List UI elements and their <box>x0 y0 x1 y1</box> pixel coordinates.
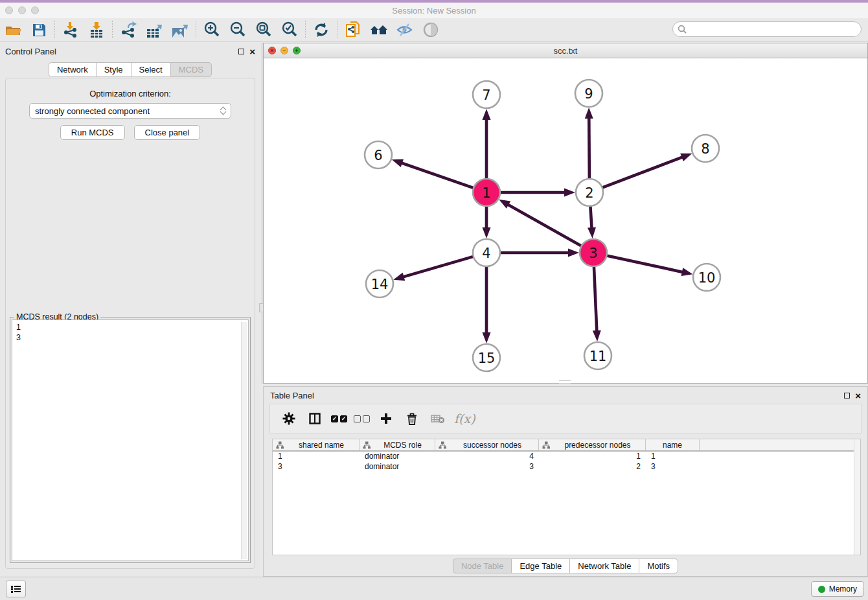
column-settings-button[interactable] <box>279 412 299 425</box>
panel-menu-button[interactable] <box>6 581 26 597</box>
cell-successor-nodes[interactable]: 4 <box>435 452 539 462</box>
close-panel-icon[interactable]: × <box>855 391 861 400</box>
network-window-titlebar[interactable]: × − + scc.txt <box>264 43 867 58</box>
tab-style[interactable]: Style <box>96 62 131 77</box>
cell-shared-name[interactable]: 3 <box>273 462 360 472</box>
export-table-icon <box>146 21 163 38</box>
zoom-out-icon <box>229 21 246 38</box>
float-panel-icon[interactable] <box>844 393 850 398</box>
cell-mcds-role[interactable]: dominator <box>360 452 435 462</box>
select-all-button[interactable]: ✓ ✓ <box>331 415 347 422</box>
table-row[interactable]: 3 dominator 3 2 3 <box>273 462 860 472</box>
dropdown-stepper-icon <box>221 108 225 114</box>
close-panel-button[interactable]: Close panel <box>134 125 201 140</box>
zoom-selected-button[interactable] <box>277 19 303 40</box>
result-scrollbar[interactable] <box>241 322 247 559</box>
tab-motifs[interactable]: Motifs <box>639 559 678 573</box>
main-toolbar <box>0 18 868 41</box>
column-header-shared-name[interactable]: shared name <box>273 439 360 450</box>
duplicate-network-button[interactable] <box>340 19 366 40</box>
cell-name[interactable]: 3 <box>646 462 700 472</box>
search-icon <box>678 25 687 34</box>
graph-edge-arrowhead <box>392 159 404 167</box>
graph-edge-2-3[interactable] <box>590 206 591 229</box>
close-panel-icon[interactable]: × <box>249 47 255 56</box>
graph-edge-arrowhead <box>483 109 491 120</box>
cell-shared-name[interactable]: 1 <box>273 452 360 462</box>
network-canvas[interactable]: 7968124314101511 <box>264 58 867 383</box>
zoom-in-button[interactable] <box>199 19 225 40</box>
graph-edge-2-8[interactable] <box>602 157 683 187</box>
tab-network-table[interactable]: Network Table <box>569 559 639 573</box>
network-window: × − + scc.txt 7968124314101511 <box>263 43 868 384</box>
tree-icon <box>363 441 371 449</box>
graph-node-label-3: 3 <box>589 246 597 261</box>
delete-table-button[interactable] <box>428 413 448 424</box>
open-session-button[interactable] <box>0 19 26 40</box>
graph-node-label-11: 11 <box>589 349 607 364</box>
export-image-icon <box>171 21 189 38</box>
table-scrollbar[interactable] <box>854 439 860 555</box>
toolbar-separator <box>337 21 337 39</box>
refresh-button[interactable] <box>308 19 334 40</box>
graph-edge-4-14[interactable] <box>403 257 474 277</box>
add-row-button[interactable] <box>376 413 396 424</box>
tab-mcds[interactable]: MCDS <box>170 62 212 77</box>
node-table-header: shared name MCDS role successor <box>273 439 860 452</box>
duplicate-network-icon <box>345 21 361 39</box>
table-row[interactable]: 1 dominator 4 1 1 <box>273 452 860 462</box>
graph-edge-3-11[interactable] <box>594 266 597 332</box>
column-header-mcds-role[interactable]: MCDS role <box>360 439 435 450</box>
graph-edge-arrowhead <box>499 200 510 209</box>
mcds-result-textarea[interactable]: 1 3 <box>12 319 249 561</box>
function-builder-button[interactable]: f(x) <box>454 411 475 426</box>
search-input[interactable] <box>672 21 862 37</box>
column-split-button[interactable] <box>305 413 325 424</box>
show-graphics-details-button[interactable] <box>418 19 444 40</box>
criterion-dropdown[interactable]: strongly connected component <box>29 103 231 119</box>
import-network-button[interactable] <box>58 19 84 40</box>
node-table: shared name MCDS role successor <box>272 439 861 555</box>
save-session-button[interactable] <box>26 19 52 40</box>
run-mcds-button[interactable]: Run MCDS <box>60 125 125 140</box>
deselect-all-button[interactable] <box>354 415 370 422</box>
export-network-icon <box>120 21 137 38</box>
export-network-button[interactable] <box>115 19 141 40</box>
graph-edge-3-1[interactable] <box>507 204 581 246</box>
column-header-successor-nodes[interactable]: successor nodes <box>435 439 539 450</box>
hide-graphics-details-button[interactable] <box>392 19 418 40</box>
cell-successor-nodes[interactable]: 3 <box>435 462 539 472</box>
graph-node-label-2: 2 <box>585 185 593 201</box>
cell-predecessor-nodes[interactable]: 1 <box>539 452 646 462</box>
graph-edge-3-10[interactable] <box>607 255 683 272</box>
graph-edge-1-6[interactable] <box>401 163 474 188</box>
export-image-button[interactable] <box>167 19 193 40</box>
cell-name[interactable]: 1 <box>646 452 700 462</box>
zoom-fit-button[interactable] <box>251 19 277 40</box>
tab-edge-table[interactable]: Edge Table <box>511 559 569 573</box>
tab-node-table[interactable]: Node Table <box>453 559 512 573</box>
window-title: Session: New Session <box>0 6 868 16</box>
graph-edge-2-9[interactable] <box>589 117 589 179</box>
cell-predecessor-nodes[interactable]: 2 <box>539 462 646 472</box>
network-overview-button[interactable] <box>366 19 392 40</box>
column-header-predecessor-nodes[interactable]: predecessor nodes <box>539 439 646 450</box>
memory-status-icon <box>818 586 825 593</box>
export-table-button[interactable] <box>141 19 167 40</box>
graph-node-label-9: 9 <box>584 86 593 102</box>
homes-icon <box>369 23 389 37</box>
float-panel-icon[interactable] <box>238 49 244 54</box>
tab-select[interactable]: Select <box>131 62 170 77</box>
plus-icon <box>380 413 392 424</box>
column-header-name[interactable]: name <box>646 439 700 450</box>
delete-row-button[interactable] <box>402 413 422 425</box>
zoom-fit-icon <box>255 21 272 38</box>
memory-button[interactable]: Memory <box>811 581 864 597</box>
tab-network[interactable]: Network <box>49 62 96 77</box>
control-panel-header: Control Panel × <box>0 43 260 60</box>
cell-mcds-role[interactable]: dominator <box>360 462 435 472</box>
network-window-resize-grip[interactable] <box>559 380 571 384</box>
import-table-button[interactable] <box>84 19 109 40</box>
zoom-out-button[interactable] <box>225 19 251 40</box>
graph-edge-arrowhead <box>393 273 405 281</box>
